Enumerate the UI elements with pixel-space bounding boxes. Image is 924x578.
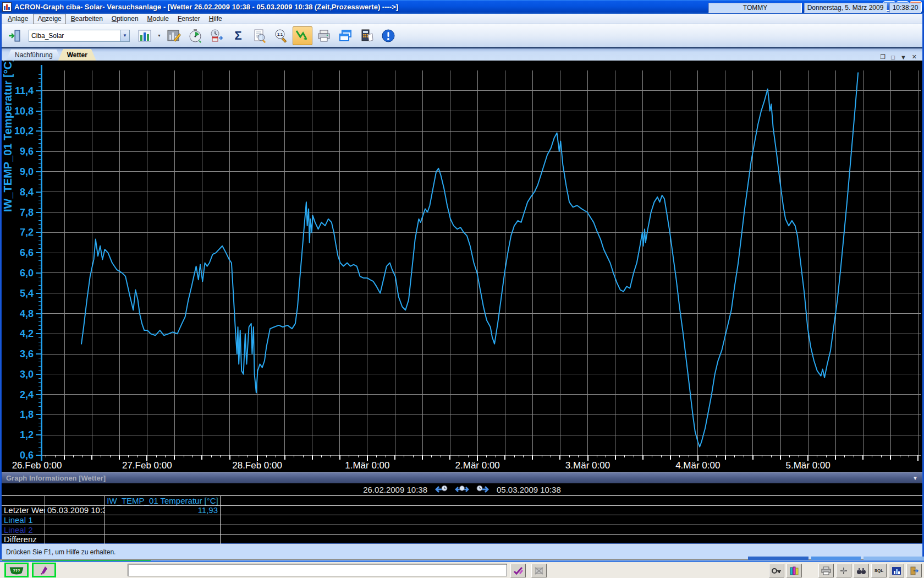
svg-text:26.Feb 0:00: 26.Feb 0:00 bbox=[12, 460, 62, 471]
svg-text:9,0: 9,0 bbox=[20, 166, 34, 177]
svg-text:4,8: 4,8 bbox=[20, 308, 34, 319]
svg-text:0,6: 0,6 bbox=[20, 450, 34, 461]
svg-text:11,4: 11,4 bbox=[15, 85, 34, 96]
table-cell bbox=[221, 525, 922, 535]
taskbar-app-button-2[interactable] bbox=[32, 563, 56, 577]
sigma-icon: Σ bbox=[234, 29, 241, 43]
menu-item-bearbeiten[interactable]: Bearbeiten bbox=[67, 14, 107, 24]
report-preview-button[interactable] bbox=[250, 26, 270, 45]
tab-list-dropdown-icon[interactable]: ▼ bbox=[900, 54, 906, 61]
exit-button[interactable] bbox=[5, 26, 25, 45]
statistics-view-button[interactable] bbox=[889, 564, 904, 577]
svg-text:5.Mär 0:00: 5.Mär 0:00 bbox=[785, 460, 830, 471]
purple-pen-icon bbox=[38, 565, 50, 575]
svg-text:2,4: 2,4 bbox=[20, 389, 34, 400]
printer-icon bbox=[316, 28, 332, 43]
edit-graph-button[interactable] bbox=[164, 26, 184, 45]
menu-bar: AnlageAnzeigeBearbeitenOptionenModuleFen… bbox=[2, 14, 922, 24]
window-title: ACRON-Graph ciba- Solar- Versuchsanlage … bbox=[14, 3, 398, 11]
graph-info-title: Graph Informationen [Wetter] bbox=[6, 474, 106, 482]
edit-disabled-button[interactable] bbox=[531, 564, 547, 577]
svg-text:28.Feb 0:00: 28.Feb 0:00 bbox=[232, 460, 282, 471]
zoom-one-to-one-button[interactable]: 1:1 bbox=[271, 26, 291, 45]
time-shift-left-icon[interactable] bbox=[435, 485, 448, 494]
search-button[interactable] bbox=[854, 564, 869, 577]
calculator-icon bbox=[359, 28, 375, 43]
table-cell bbox=[2, 496, 45, 506]
graph-area: 0,61,21,82,43,03,64,24,85,46,06,67,27,88… bbox=[2, 61, 922, 472]
temperature-trend-chart[interactable]: 0,61,21,82,43,03,64,24,85,46,06,67,27,88… bbox=[2, 61, 922, 472]
menu-item-fenster[interactable]: Fenster bbox=[174, 14, 204, 24]
doc-restore-icon[interactable]: ❐ bbox=[880, 53, 886, 61]
books-icon bbox=[789, 566, 799, 576]
range-end: 05.03.2009 10:38 bbox=[497, 485, 561, 494]
menu-item-optionen[interactable]: Optionen bbox=[108, 14, 142, 24]
menu-item-module[interactable]: Module bbox=[144, 14, 173, 24]
taskbar-exit-button[interactable] bbox=[906, 564, 922, 577]
catalog-button[interactable] bbox=[787, 564, 802, 577]
time-period-button[interactable] bbox=[185, 26, 205, 45]
tab-wetter[interactable]: Wetter bbox=[58, 49, 96, 61]
printer-icon bbox=[821, 566, 832, 575]
clock-calendar-icon bbox=[209, 28, 224, 43]
taskbar-border-accent bbox=[2, 560, 151, 561]
trend-arrow-icon bbox=[295, 28, 310, 43]
menu-item-anzeige[interactable]: Anzeige bbox=[33, 14, 65, 24]
print-button[interactable] bbox=[314, 26, 334, 45]
toolbar: Ciba_Solar ▼ ▼ Σ 1:1 bbox=[2, 24, 922, 47]
calculator-button[interactable] bbox=[357, 26, 377, 45]
sql-button[interactable]: SQL bbox=[871, 564, 887, 577]
combobox-dropdown-icon[interactable]: ▼ bbox=[120, 30, 129, 41]
svg-text:27.Feb 0:00: 27.Feb 0:00 bbox=[122, 460, 172, 471]
command-input[interactable] bbox=[128, 564, 507, 576]
chevron-down-icon[interactable]: ▼ bbox=[912, 475, 918, 481]
graph-type-button[interactable] bbox=[135, 26, 155, 45]
windows-icon bbox=[338, 28, 353, 43]
doc-maximize-icon[interactable]: □ bbox=[891, 54, 895, 61]
statistics-button[interactable]: Σ bbox=[228, 26, 248, 45]
tools-button[interactable] bbox=[836, 564, 851, 577]
graph-info-header[interactable]: Graph Informationen [Wetter] ▼ bbox=[2, 472, 922, 483]
background-window-fragment bbox=[748, 557, 809, 560]
lineal1-value bbox=[105, 515, 221, 525]
trend-mode-button[interactable] bbox=[293, 26, 312, 45]
tab-nachfuehrung[interactable]: Nachführung bbox=[6, 50, 62, 61]
project-combobox[interactable]: Ciba_Solar ▼ bbox=[29, 30, 130, 42]
time-range-icon[interactable] bbox=[455, 485, 469, 494]
svg-text:6,0: 6,0 bbox=[20, 268, 34, 279]
svg-text:???: ??? bbox=[13, 569, 20, 572]
table-cell bbox=[221, 496, 922, 506]
one-to-one-magnifier-icon: 1:1 bbox=[273, 28, 289, 43]
taskbar-print-button[interactable] bbox=[818, 564, 834, 577]
time-shift-button[interactable] bbox=[207, 26, 227, 45]
row-label-lineal-2[interactable]: Lineal 2 bbox=[2, 525, 45, 535]
edit-confirm-button[interactable] bbox=[510, 564, 526, 577]
svg-text:4.Mär 0:00: 4.Mär 0:00 bbox=[675, 460, 720, 471]
purple-check-icon bbox=[513, 566, 523, 575]
exit-door-icon bbox=[909, 566, 919, 575]
window-tile-button[interactable] bbox=[336, 26, 355, 45]
differenz-value bbox=[105, 535, 221, 544]
column-header-temperature: IW_TEMP_01 Temperatur [°C] bbox=[105, 496, 221, 506]
taskbar-app-button-1[interactable]: ??? bbox=[4, 563, 29, 577]
last-value: 11,93 bbox=[105, 506, 221, 516]
bar-chart-icon bbox=[137, 28, 152, 43]
time-range-bar: 26.02.2009 10:38 05.03.2009 10:38 bbox=[2, 483, 922, 495]
time-shift-right-icon[interactable] bbox=[476, 485, 489, 494]
svg-text:2.Mär 0:00: 2.Mär 0:00 bbox=[455, 460, 500, 471]
svg-text:4,2: 4,2 bbox=[20, 328, 34, 339]
background-window-fragment bbox=[811, 557, 861, 560]
graph-type-dropdown-icon[interactable]: ▼ bbox=[156, 26, 162, 45]
row-label-lineal-1[interactable]: Lineal 1 bbox=[2, 515, 45, 525]
svg-text:3.Mär 0:00: 3.Mär 0:00 bbox=[565, 460, 610, 471]
info-button[interactable] bbox=[378, 26, 398, 45]
table-cell bbox=[221, 515, 922, 525]
svg-text:8,4: 8,4 bbox=[20, 187, 34, 198]
tab-bar: Nachführung Wetter ❐ □ ▼ ✕ bbox=[2, 47, 922, 61]
menu-item-anlage[interactable]: Anlage bbox=[4, 14, 32, 24]
menu-item-hilfe[interactable]: Hilfe bbox=[205, 14, 226, 24]
login-key-button[interactable] bbox=[769, 564, 784, 577]
svg-text:10,2: 10,2 bbox=[14, 126, 34, 137]
doc-close-icon[interactable]: ✕ bbox=[912, 53, 917, 61]
sql-icon: SQL bbox=[875, 568, 883, 573]
